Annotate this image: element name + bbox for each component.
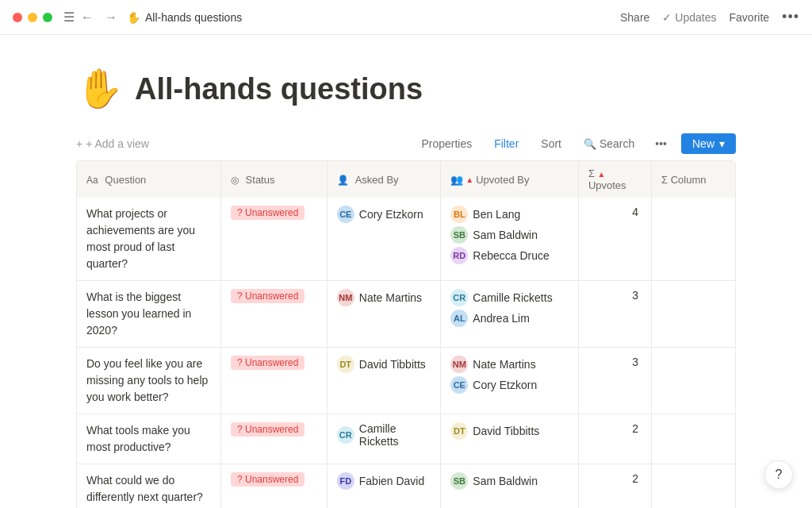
title-bar-actions: Share ✓ Updates Favorite ••• [620,9,799,25]
avatar: NM [337,289,354,306]
person-row: RDRebecca Druce [450,247,569,264]
person-row: CRCamille Ricketts [337,422,431,448]
status-icon: ◎ [231,175,239,186]
col-column: Σ Column [652,161,735,198]
more-toolbar-button[interactable]: ••• [650,134,672,153]
person-row: ALAndrea Lim [450,310,569,327]
breadcrumb: ✋ All-hands questions [127,11,242,24]
traffic-lights [13,13,52,22]
toolbar: + + Add a view Properties Filter Sort 🔍 … [76,133,736,160]
page-title: All-hands questions [135,72,423,106]
check-icon: ✓ [662,11,672,24]
person-icon: 👤 [337,175,349,186]
breadcrumb-title: All-hands questions [145,11,242,24]
person-name: Nate Martins [473,358,535,371]
chevron-down-icon: ▾ [719,137,725,150]
group-icon: 👥 [450,174,463,186]
page-emoji-small: ✋ [127,11,140,24]
col-status-label: Status [246,174,275,186]
avatar: AL [450,310,468,327]
new-label: New [692,137,714,150]
table-row[interactable]: What is the biggest lesson you learned i… [77,281,735,348]
asked-by-cell: CECory Etzkorn [327,198,441,281]
back-button[interactable]: ← [78,9,97,26]
forward-button[interactable]: → [102,9,121,26]
updates-label: Updates [675,11,716,24]
status-cell: ? Unanswered [220,464,327,509]
share-button[interactable]: Share [620,11,649,24]
table-row[interactable]: What could we do differently next quarte… [77,464,735,509]
sort-arrow-icon: ▲ [465,175,473,184]
sigma-icon: Σ [588,167,595,179]
avatar: SB [450,226,468,244]
toolbar-right: Properties Filter Sort 🔍 Search ••• New … [415,133,736,154]
person-row: CECory Etzkorn [337,206,431,223]
column-cell [652,198,735,281]
person-name: Fabien David [359,475,425,487]
plus-icon: + [76,137,82,150]
col-upvotedby-label: Upvoted By [476,174,529,186]
more-options-button[interactable]: ••• [782,9,799,25]
person-name: Rebecca Druce [473,249,550,262]
person-row: DTDavid Tibbitts [337,356,431,373]
question-cell: What could we do differently next quarte… [77,464,220,509]
add-view-button[interactable]: + + Add a view [76,137,149,150]
person-name: Sam Baldwin [473,229,538,241]
asked-by-cell: NMNate Martins [327,281,441,348]
person-row: BLBen Lang [450,206,569,223]
status-badge: ? Unanswered [231,422,304,437]
person-name: Cory Etzkorn [359,208,423,221]
avatar: NM [450,356,468,373]
table-row[interactable]: Do you feel like you are missing any too… [77,348,735,414]
avatar: CR [450,289,468,306]
table-row[interactable]: What tools make you most productive?? Un… [77,414,735,464]
table-container: Aa Question ◎ Status 👤 Asked By 👥 [76,160,736,508]
question-cell: What is the biggest lesson you learned i… [77,281,220,348]
avatar: CE [450,376,468,394]
text-icon: Aa [86,175,98,186]
avatar: CR [337,426,354,444]
upvoted-by-cell: CRCamille RickettsALAndrea Lim [441,281,579,348]
question-cell: Do you feel like you are missing any too… [77,348,220,414]
column-cell [652,281,735,348]
hamburger-icon[interactable]: ☰ [63,10,75,25]
properties-button[interactable]: Properties [415,134,478,153]
maximize-button[interactable] [43,13,52,22]
asked-by-cell: DTDavid Tibbitts [327,348,441,414]
minimize-button[interactable] [28,13,37,22]
filter-button[interactable]: Filter [488,134,525,153]
asked-by-cell: CRCamille Ricketts [327,414,441,464]
avatar: CE [337,206,354,223]
table-row[interactable]: What projects or achievements are you mo… [77,198,735,281]
person-name: Andrea Lim [473,312,530,325]
search-button[interactable]: 🔍 Search [577,134,641,153]
page-heading: ✋ All-hands questions [76,67,736,111]
questions-table: Aa Question ◎ Status 👤 Asked By 👥 [77,161,735,508]
person-row: DTDavid Tibbitts [450,422,569,440]
person-name: Ben Lang [473,208,520,221]
person-row: SBSam Baldwin [450,472,569,490]
status-badge: ? Unanswered [231,289,304,303]
nav-buttons: ← → [78,9,121,26]
upvoted-by-cell: SBSam Baldwin [441,464,579,509]
person-row: CRCamille Ricketts [450,289,569,306]
sigma2-icon: Σ [661,174,668,186]
new-button[interactable]: New ▾ [681,133,736,154]
upvotes-cell: 4 [578,198,651,281]
question-cell: What tools make you most productive? [77,414,220,464]
person-name: Sam Baldwin [473,475,538,487]
favorite-button[interactable]: Favorite [730,11,770,24]
sort-button[interactable]: Sort [534,134,568,153]
status-cell: ? Unanswered [220,348,327,414]
updates-button[interactable]: ✓ Updates [662,11,716,24]
col-upvotes-label: Upvotes [588,179,626,191]
close-button[interactable] [13,13,22,22]
avatar: FD [337,472,354,490]
col-askedby-label: Asked By [355,174,399,186]
help-button[interactable]: ? [764,460,793,489]
column-cell [652,464,735,509]
sort-arrow-upvotes-icon: ▲ [598,170,606,179]
person-row: CECory Etzkorn [450,376,569,394]
table-header-row: Aa Question ◎ Status 👤 Asked By 👥 [77,161,735,198]
person-row: FDFabien David [337,472,431,490]
